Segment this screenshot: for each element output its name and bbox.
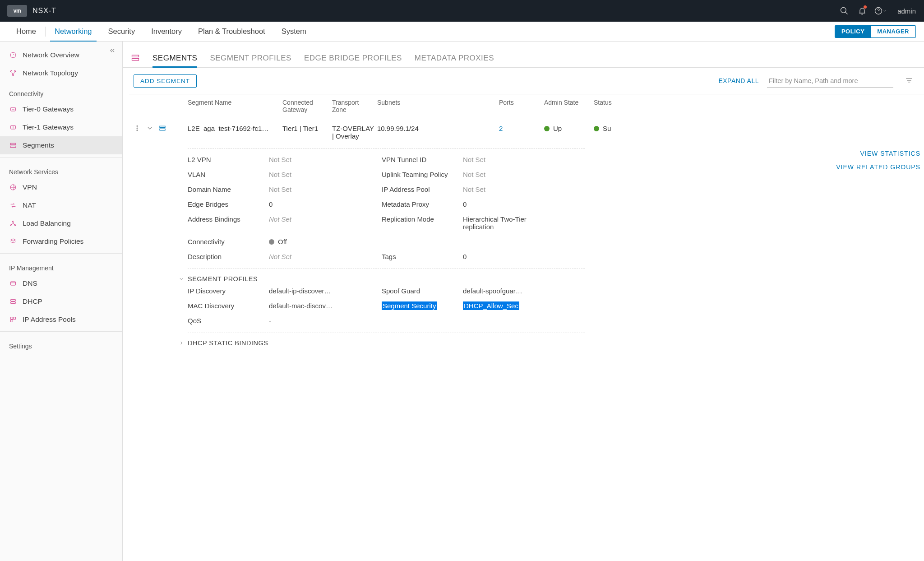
tab-segments[interactable]: SEGMENTS [152, 54, 197, 67]
bell-icon[interactable] [853, 2, 871, 20]
nav-home[interactable]: Home [8, 22, 44, 42]
svg-point-4 [10, 70, 12, 72]
expand-row-icon[interactable] [146, 125, 153, 133]
sidebar-group-ip-management: IP Management [0, 256, 122, 274]
vpn-icon [9, 183, 17, 191]
filter-icon[interactable] [905, 76, 913, 86]
action-row: ADD SEGMENT EXPAND ALL [123, 68, 924, 94]
view-statistics-link[interactable]: VIEW STATISTICS [860, 150, 921, 157]
svg-rect-15 [11, 282, 16, 285]
fw-icon [9, 237, 17, 246]
cell-status: Su [594, 125, 621, 132]
segments-icon [9, 141, 17, 149]
top-bar: vm NSX-T admin [0, 0, 924, 22]
detail-domain-value: Not Set [269, 185, 382, 193]
expand-all-link[interactable]: EXPAND ALL [718, 77, 759, 84]
tab-segment-profiles[interactable]: SEGMENT PROFILES [210, 54, 291, 67]
col-status: Status [594, 99, 621, 113]
user-menu[interactable]: admin [897, 7, 916, 15]
detail-domain-label: Domain Name [188, 185, 269, 193]
sidebar-item-label: DHCP [23, 297, 42, 306]
section-segment-profiles[interactable]: SEGMENT PROFILES [179, 275, 829, 283]
sidebar-network-overview[interactable]: Network Overview [0, 46, 122, 64]
cell-ports[interactable]: 2 [499, 125, 544, 132]
detail-ippool-label: IP Address Pool [382, 185, 463, 193]
sidebar-dhcp[interactable]: DHCP [0, 292, 122, 311]
sidebar-group-network-services: Network Services [0, 160, 122, 178]
mode-manager[interactable]: MANAGER [871, 26, 915, 37]
tabs: SEGMENTS SEGMENT PROFILES EDGE BRIDGE PR… [123, 49, 924, 68]
detail-ippool-value: Not Set [463, 185, 549, 193]
sidebar-item-label: Load Balancing [23, 219, 71, 227]
kebab-icon[interactable] [134, 125, 141, 133]
detail-edgebr-value: 0 [269, 200, 382, 208]
help-icon[interactable] [871, 2, 889, 20]
nav-security[interactable]: Security [100, 22, 143, 42]
sidebar-item-label: IP Address Pools [23, 315, 76, 324]
search-icon[interactable] [835, 2, 853, 20]
section-dhcp-static-bindings[interactable]: DHCP STATIC BINDINGS [179, 339, 829, 347]
profile-sec-label: Segment Security [382, 302, 463, 310]
tab-edge-bridge-profiles[interactable]: EDGE BRIDGE PROFILES [304, 54, 402, 67]
dhcp-icon [9, 297, 17, 306]
sidebar-segments[interactable]: Segments [0, 136, 122, 154]
detail-side-links: VIEW STATISTICS VIEW RELATED GROUPS [829, 150, 924, 171]
add-segment-button[interactable]: ADD SEGMENT [134, 74, 197, 88]
view-related-groups-link[interactable]: VIEW RELATED GROUPS [836, 163, 920, 171]
sidebar-item-label: Tier-1 Gateways [23, 123, 74, 131]
nat-icon [9, 201, 17, 209]
sidebar-network-topology[interactable]: Network Topology [0, 64, 122, 82]
detail-vlan-label: VLAN [188, 171, 269, 178]
sidebar-item-label: VPN [23, 183, 37, 191]
profile-mac-label: MAC Discovery [188, 302, 269, 310]
main-nav: Home Networking Security Inventory Plan … [0, 22, 924, 42]
svg-rect-10 [10, 146, 16, 147]
svg-rect-30 [160, 129, 165, 130]
t1-icon [9, 123, 17, 131]
detail-mdproxy-label: Metadata Proxy [382, 200, 463, 208]
collapse-sidebar-icon[interactable] [106, 44, 119, 57]
filter-input[interactable] [767, 74, 893, 88]
svg-point-0 [841, 8, 846, 13]
detail-repl-value: Hierarchical Two-Tier replication [463, 215, 549, 231]
vmware-logo: vm [7, 5, 27, 17]
col-ports: Ports [499, 99, 544, 113]
svg-rect-20 [11, 320, 13, 322]
detail-conn-value: Off [269, 238, 382, 246]
sidebar: Network Overview Network Topology Connec… [0, 42, 123, 561]
cell-subnets: 10.99.99.1/24 [377, 125, 499, 132]
detail-edgebr-label: Edge Bridges [188, 200, 269, 208]
section-header-label: SEGMENT PROFILES [188, 275, 258, 283]
sidebar-tier0-gateways[interactable]: Tier-0 Gateways [0, 100, 122, 118]
nav-system[interactable]: System [273, 22, 314, 42]
col-segment-name: Segment Name [188, 99, 282, 113]
status-dot-icon [269, 239, 274, 245]
sidebar-load-balancing[interactable]: Load Balancing [0, 214, 122, 232]
sidebar-vpn[interactable]: VPN [0, 178, 122, 196]
svg-rect-16 [11, 299, 16, 301]
profile-ip-label: IP Discovery [188, 287, 269, 295]
nav-inventory[interactable]: Inventory [143, 22, 190, 42]
sidebar-item-label: Network Overview [23, 51, 79, 59]
sidebar-nat[interactable]: NAT [0, 196, 122, 214]
admin-state-text: Up [553, 125, 562, 132]
detail-conn-label: Connectivity [188, 238, 269, 246]
sidebar-dns[interactable]: DNS [0, 274, 122, 292]
sidebar-forwarding-policies[interactable]: Forwarding Policies [0, 232, 122, 250]
status-text: Su [603, 125, 611, 132]
sidebar-item-label: Segments [23, 141, 54, 149]
detail-tags-value: 0 [463, 253, 549, 260]
nav-plan-troubleshoot[interactable]: Plan & Troubleshoot [190, 22, 273, 42]
sidebar-group-connectivity: Connectivity [0, 82, 122, 100]
sidebar-ip-address-pools[interactable]: IP Address Pools [0, 311, 122, 329]
tab-metadata-proxies[interactable]: METADATA PROXIES [415, 54, 494, 67]
svg-rect-21 [132, 55, 139, 57]
svg-rect-9 [10, 143, 16, 144]
sidebar-tier1-gateways[interactable]: Tier-1 Gateways [0, 118, 122, 136]
mode-policy[interactable]: POLICY [835, 26, 871, 37]
sidebar-item-label: Network Topology [23, 69, 78, 77]
cell-transport-zone: TZ-OVERLAY | Overlay [332, 125, 377, 140]
profile-qos-label: QoS [188, 317, 269, 325]
nav-networking[interactable]: Networking [46, 22, 100, 42]
detail-l2vpn-label: L2 VPN [188, 156, 269, 163]
